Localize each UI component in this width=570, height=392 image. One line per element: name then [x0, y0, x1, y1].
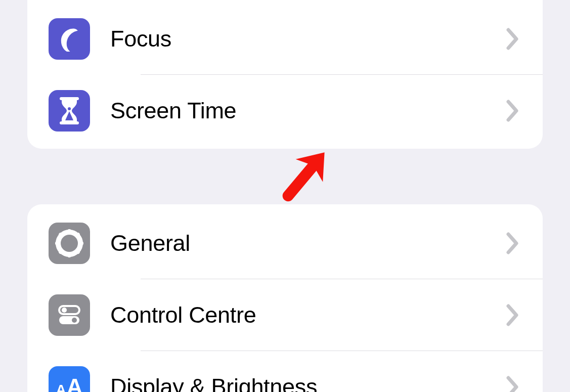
- settings-row-label: General: [90, 230, 506, 256]
- settings-row-display-brightness[interactable]: AA Display & Brightness: [27, 351, 543, 392]
- chevron-right-icon: [506, 232, 520, 254]
- hourglass-icon: [49, 90, 90, 132]
- settings-group-focus-screentime: Focus Screen Time: [27, 0, 543, 149]
- gear-icon: [49, 223, 90, 264]
- settings-row-label: Display & Brightness: [90, 374, 506, 392]
- svg-rect-1: [60, 121, 79, 124]
- settings-group-general: General Control Centre AA Display &: [27, 204, 543, 392]
- moon-icon: [49, 18, 90, 60]
- textsize-icon: AA: [49, 366, 90, 392]
- chevron-right-icon: [506, 28, 520, 50]
- svg-point-2: [68, 107, 71, 110]
- svg-rect-7: [78, 242, 83, 245]
- annotation-arrow: [273, 142, 339, 207]
- svg-rect-5: [68, 252, 71, 257]
- svg-rect-6: [55, 242, 60, 245]
- svg-rect-0: [60, 97, 79, 100]
- chevron-right-icon: [506, 100, 520, 122]
- svg-point-16: [72, 318, 77, 323]
- settings-row-control-centre[interactable]: Control Centre: [27, 279, 543, 351]
- settings-row-label: Screen Time: [90, 98, 506, 124]
- svg-point-14: [62, 308, 67, 313]
- toggles-icon: [49, 294, 90, 336]
- settings-row-focus[interactable]: Focus: [27, 3, 543, 75]
- svg-rect-4: [68, 229, 71, 234]
- chevron-right-icon: [506, 304, 520, 326]
- settings-row-general[interactable]: General: [27, 207, 543, 279]
- settings-row-label: Control Centre: [90, 302, 506, 328]
- chevron-right-icon: [506, 376, 520, 392]
- settings-row-screen-time[interactable]: Screen Time: [27, 75, 543, 147]
- svg-point-12: [65, 239, 74, 248]
- settings-row-label: Focus: [90, 26, 506, 52]
